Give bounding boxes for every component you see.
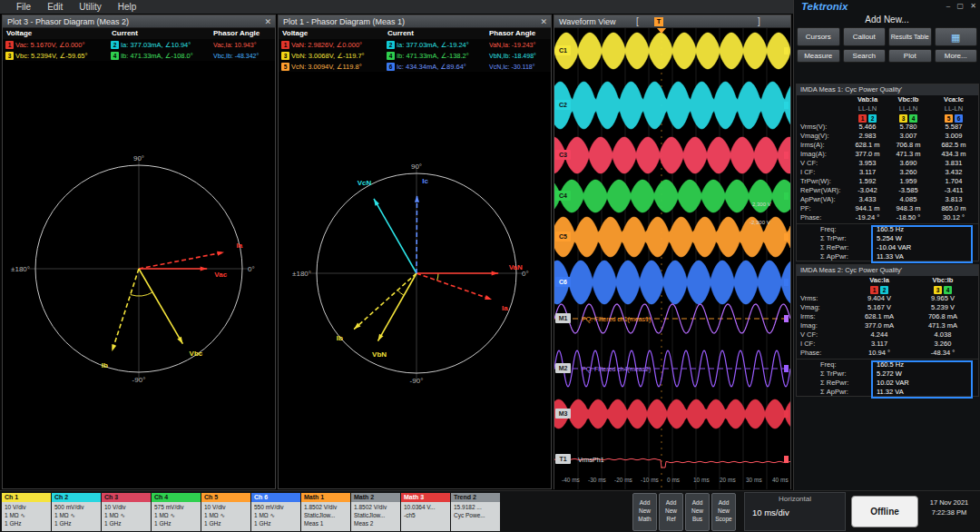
- maximize-icon[interactable]: ▢: [957, 2, 965, 10]
- tektronix-logo: Tektronix: [801, 1, 848, 12]
- channel-button-math3[interactable]: Math 310.0364 V...-ch5: [401, 493, 450, 531]
- phasor-diagram[interactable]: 90°-90°±180°0°VacIaVbcIb: [3, 61, 275, 488]
- add-button-line: New: [660, 507, 682, 515]
- summary-row: Σ TrPwr:5.272 W: [797, 369, 978, 379]
- close-icon[interactable]: ✕: [264, 15, 271, 28]
- time-axis-label: -20 ms: [614, 477, 633, 483]
- channel-button-ch3[interactable]: Ch 310 V/div1 MΩ ∿1 GHz: [102, 493, 151, 531]
- scale-label: 2,300 V: [752, 202, 771, 207]
- waveform-badge-C3[interactable]: C3: [555, 150, 571, 160]
- current-header: Current: [387, 29, 414, 37]
- channel-settings: 550 mV/div1 MΩ ∿1 GHz: [251, 502, 300, 531]
- voltage-cell: 3Vbc: 5.2394V, ∠-59.65°: [5, 50, 109, 61]
- waveform-badge-C1[interactable]: C1: [555, 45, 571, 55]
- summary-label: Σ TrPwr:: [820, 369, 847, 378]
- plot1-titlebar[interactable]: Plot 1 - Phasor Diagram (Meas 1) ✕: [279, 15, 551, 28]
- waveform-badge-M3[interactable]: M3: [555, 409, 571, 419]
- waveform-badge-C2[interactable]: C2: [555, 100, 571, 110]
- channel-button-math2[interactable]: Math 21.8502 V/divStaticJlow...Meas 2: [351, 493, 400, 531]
- meas-row: I CF:3.1173.2603.432: [797, 168, 978, 177]
- capture-button[interactable]: ▦: [935, 27, 978, 46]
- channel-setting-line: 1 GHz: [204, 519, 250, 527]
- menu-utility[interactable]: Utility: [79, 2, 101, 12]
- summary-label: Σ TrPwr:: [820, 234, 847, 242]
- channel-setting-line: 10 V/div: [204, 503, 250, 511]
- current-cell: 4Ib: 471.33mA, ∠-108.0°: [111, 50, 211, 61]
- meas-row-label: Irms:: [800, 312, 816, 320]
- waveform-title: Waveform View: [559, 17, 616, 26]
- measure-button[interactable]: Measure: [797, 49, 840, 63]
- vector-label: Vac: [214, 271, 227, 279]
- trigger-flag-icon[interactable]: T: [654, 17, 663, 26]
- menu-help[interactable]: Help: [118, 2, 137, 12]
- callout-button[interactable]: Callout: [843, 27, 887, 46]
- close-icon[interactable]: ✕: [540, 15, 547, 28]
- meas-row-label: TrPwr(W):: [800, 177, 831, 185]
- plot3-panel: Plot 3 - Phasor Diagram (Meas 2) ✕ Volta…: [2, 15, 276, 489]
- meas-row-label: ApPwr(VA):: [800, 195, 836, 203]
- channel-button-ch5[interactable]: Ch 510 V/div1 MΩ ∿1 GHz: [201, 493, 250, 531]
- horizontal-panel[interactable]: Horizontal 10 ms/div: [744, 492, 846, 531]
- channel-setting-line: 1 GHz: [104, 519, 151, 527]
- add-new-buttons: AddNewMathAddNewRefAddNewBusAddNewScope: [632, 493, 741, 531]
- meas1-results-panel[interactable]: IMDA Meas 1: Cyc Power Quality' Vab:IaVb…: [796, 84, 979, 261]
- meas-value: -18.50 °: [887, 213, 929, 222]
- results-table-button[interactable]: Results Table: [888, 27, 932, 46]
- summary-label: Σ RePwr:: [820, 379, 848, 387]
- zoom-bracket-left[interactable]: [: [636, 15, 639, 28]
- source-badge: 1: [5, 41, 14, 49]
- offline-button[interactable]: Offline: [851, 496, 918, 527]
- angle-arc: [131, 292, 152, 296]
- waveform-plot-area[interactable]: PQ: Filtered ch1(meas1)PQ: Filtered ch4(…: [554, 28, 790, 489]
- channel-button-ch1[interactable]: Ch 110 V/div1 MΩ ∿1 GHz: [2, 493, 51, 531]
- cursors-button[interactable]: Cursors: [797, 27, 840, 46]
- plot-button[interactable]: Plot: [888, 49, 932, 63]
- search-button[interactable]: Search: [843, 49, 887, 63]
- current-cell: 4Ib: 471.33mA, ∠-138.2°: [387, 50, 487, 61]
- meas2-results-panel[interactable]: IMDA Meas 2: Cyc Power Quality' Vac:IaVb…: [796, 264, 979, 397]
- channel-button-ch6[interactable]: Ch 6550 mV/div1 MΩ ∿1 GHz: [251, 493, 300, 531]
- more-button[interactable]: More...: [935, 49, 978, 63]
- meas-row-label: Phase:: [800, 349, 821, 357]
- menu-edit[interactable]: Edit: [47, 2, 63, 12]
- waveform-badge-M1[interactable]: M1: [555, 313, 571, 323]
- close-icon[interactable]: ✕: [970, 2, 976, 10]
- phasor-diagram[interactable]: 90°-90°±180°0°VaNIaVbNIbVcNIc: [279, 72, 551, 488]
- meas-value: 3.432: [929, 168, 978, 176]
- meas-value: 5.587: [929, 123, 978, 131]
- zoom-bracket-right[interactable]: ]: [758, 15, 760, 28]
- vector-label: VaN: [509, 263, 523, 271]
- add-new-bus-button[interactable]: AddNewBus: [685, 493, 710, 531]
- menu-file[interactable]: File: [16, 2, 31, 12]
- trace-handle-M2: [784, 365, 789, 372]
- menu-bar: File Edit Utility Help: [0, 0, 793, 14]
- add-new-scope-button[interactable]: AddNewScope: [711, 493, 736, 531]
- summary-value: 160.5 Hz: [877, 360, 904, 369]
- waveform-badge-C4[interactable]: C4: [555, 191, 571, 201]
- time-axis-label: 0 ms: [667, 477, 681, 483]
- meas-col-header: Vca:Ic: [929, 95, 978, 103]
- right-control-panel: Tektronix – ▢ ✕ Add New... Cursors Callo…: [793, 0, 980, 490]
- meas-value: 628.1 mA: [849, 312, 909, 320]
- plot3-titlebar[interactable]: Plot 3 - Phasor Diagram (Meas 2) ✕: [3, 15, 275, 28]
- meas-row-label: Imag:: [800, 321, 818, 330]
- vector-label: Vbc: [190, 350, 203, 358]
- channel-button-ch2[interactable]: Ch 2500 mV/div1 MΩ ∿1 GHz: [52, 493, 101, 531]
- waveform-badge-C5[interactable]: C5: [555, 232, 571, 241]
- time-label: 7:22:38 PM: [920, 507, 978, 517]
- waveform-badge-T1[interactable]: T1: [555, 454, 571, 464]
- meas-value: 471.3 mA: [909, 321, 976, 330]
- waveform-badge-M2[interactable]: M2: [555, 363, 571, 373]
- minimize-icon[interactable]: –: [946, 2, 950, 10]
- source-badge: 2: [111, 41, 119, 49]
- waveform-titlebar[interactable]: Waveform View [ T ]: [554, 15, 790, 28]
- channel-button-math1[interactable]: Math 11.8502 V/divStaticJlow...Meas 1: [301, 493, 350, 531]
- waveform-badge-C6[interactable]: C6: [555, 277, 571, 287]
- add-new-ref-button[interactable]: AddNewRef: [659, 493, 683, 531]
- add-new-math-button[interactable]: AddNewMath: [632, 493, 657, 531]
- trigger-position-icon[interactable]: [657, 28, 666, 34]
- channel-button-ch4[interactable]: Ch 4575 mV/div1 MΩ ∿1 GHz: [152, 493, 201, 531]
- meas2-title: IMDA Meas 2: Cyc Power Quality': [797, 265, 978, 276]
- voltage-reading: VaN: 2.9826V, ∠0.000°: [291, 41, 362, 49]
- channel-button-trend2[interactable]: Trend 215.9182 ...Cyc Powe...: [451, 493, 500, 531]
